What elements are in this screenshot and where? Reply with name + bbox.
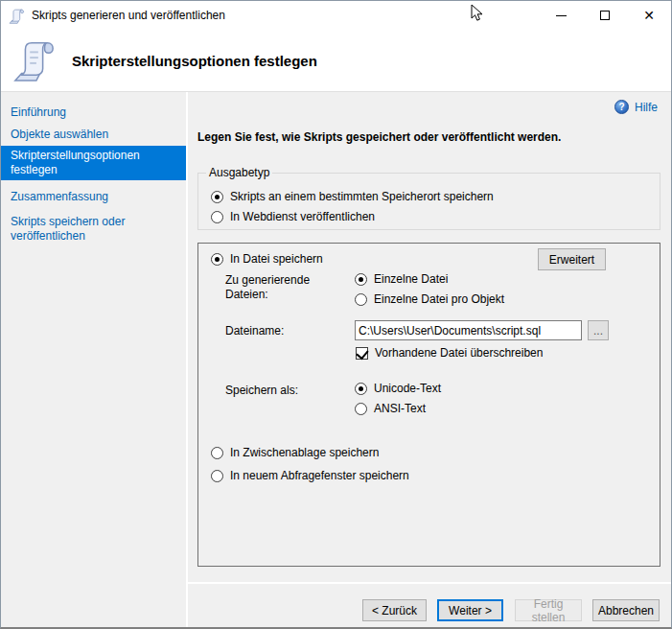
help-link[interactable]: ? Hilfe xyxy=(614,100,658,114)
back-button[interactable]: < Zurück xyxy=(362,599,427,621)
wizard-header: Skripterstellungsoptionen festlegen xyxy=(1,30,671,92)
radio-label: In Datei speichern xyxy=(230,252,323,266)
advanced-button[interactable]: Erweitert xyxy=(538,248,606,270)
sidebar-item-zusammenfassung[interactable]: Zusammenfassung xyxy=(1,186,186,208)
minimize-icon xyxy=(556,15,567,16)
radio-label: In Webdienst veröffentlichen xyxy=(230,210,375,223)
radio-row-save-to-location[interactable]: Skripts an einem bestimmten Speicherort … xyxy=(211,190,660,203)
radio-label: In Zwischenablage speichern xyxy=(230,446,379,459)
radio-save-to-query-window[interactable] xyxy=(211,470,223,482)
radio-label: Unicode-Text xyxy=(374,382,441,395)
page-title: Skripterstellungsoptionen festlegen xyxy=(72,53,317,69)
help-icon: ? xyxy=(614,100,629,114)
radio-row-single-file[interactable]: Einzelne Datei xyxy=(355,272,448,286)
radio-ansi-text[interactable] xyxy=(355,403,367,415)
files-to-generate-label: Zu generierende Dateien: xyxy=(225,273,340,302)
save-as-label: Speichern als: xyxy=(225,384,298,397)
footer-divider xyxy=(188,582,671,584)
sidebar-item-skripts-speichern[interactable]: Skripts speichern oder veröffentlichen xyxy=(1,211,154,247)
radio-save-to-file[interactable] xyxy=(211,253,223,266)
radio-publish-webservice[interactable] xyxy=(211,211,223,223)
radio-save-to-location[interactable] xyxy=(211,191,223,203)
checkbox-label: Vorhandene Datei überschreiben xyxy=(375,346,543,360)
close-button[interactable]: ✕ xyxy=(627,1,671,30)
radio-row-publish-webservice[interactable]: In Webdienst veröffentlichen xyxy=(211,210,660,223)
maximize-button[interactable] xyxy=(583,1,627,30)
browse-button[interactable]: ... xyxy=(588,320,609,340)
sidebar-item-objekte-auswaehlen[interactable]: Objekte auswählen xyxy=(1,124,186,146)
output-type-group: Ausgabetyp Skripts an einem bestimmten S… xyxy=(197,166,660,230)
radio-label: Einzelne Datei xyxy=(374,272,448,286)
wizard-window: Skripts generieren und veröffentlichen ✕… xyxy=(0,0,672,629)
sidebar-item-skripterstellungsoptionen[interactable]: Skripterstellungsoptionen festlegen xyxy=(1,146,186,180)
filename-label: Dateiname: xyxy=(225,324,284,338)
radio-row-ansi[interactable]: ANSI-Text xyxy=(355,402,426,415)
radio-label: In neuem Abfragefenster speichern xyxy=(230,469,409,482)
sidebar-item-einfuehrung[interactable]: Einführung xyxy=(1,102,186,124)
wizard-step-list: Einführung Objekte auswählen Skripterste… xyxy=(1,92,186,627)
radio-save-to-clipboard[interactable] xyxy=(211,447,223,459)
radio-row-query-window[interactable]: In neuem Abfragefenster speichern xyxy=(211,469,409,482)
radio-row-clipboard[interactable]: In Zwischenablage speichern xyxy=(211,446,379,459)
scroll-icon xyxy=(9,8,25,24)
cancel-button[interactable]: Abbrechen xyxy=(592,599,660,621)
radio-single-file[interactable] xyxy=(355,273,367,286)
next-button[interactable]: Weiter > xyxy=(437,599,503,621)
radio-label: Einzelne Datei pro Objekt xyxy=(374,292,504,306)
radio-unicode-text[interactable] xyxy=(355,383,367,395)
overwrite-checkbox-row[interactable]: Vorhandene Datei überschreiben xyxy=(356,346,543,360)
scroll-icon xyxy=(12,37,57,83)
main-panel: ? Hilfe Legen Sie fest, wie Skripts gesp… xyxy=(188,92,671,627)
save-options-group: In Datei speichern Erweitert Zu generier… xyxy=(197,243,660,567)
radio-row-save-to-file[interactable]: In Datei speichern xyxy=(211,252,323,266)
help-label: Hilfe xyxy=(635,101,658,114)
radio-label: Skripts an einem bestimmten Speicherort … xyxy=(230,190,494,203)
radio-label: ANSI-Text xyxy=(374,402,426,415)
title-bar: Skripts generieren und veröffentlichen ✕ xyxy=(1,1,671,30)
minimize-button[interactable] xyxy=(539,1,583,30)
maximize-icon xyxy=(600,11,610,20)
filename-input[interactable] xyxy=(355,320,582,340)
radio-row-unicode[interactable]: Unicode-Text xyxy=(355,382,441,395)
finish-button: Fertig stellen xyxy=(515,599,582,621)
overwrite-checkbox[interactable] xyxy=(356,347,368,360)
close-icon: ✕ xyxy=(643,11,655,20)
radio-file-per-object[interactable] xyxy=(355,293,367,306)
window-title: Skripts generieren und veröffentlichen xyxy=(32,9,225,22)
output-type-legend: Ausgabetyp xyxy=(206,166,272,179)
page-description: Legen Sie fest, wie Skripts gespeichert … xyxy=(197,130,561,144)
radio-row-file-per-object[interactable]: Einzelne Datei pro Objekt xyxy=(355,292,504,306)
